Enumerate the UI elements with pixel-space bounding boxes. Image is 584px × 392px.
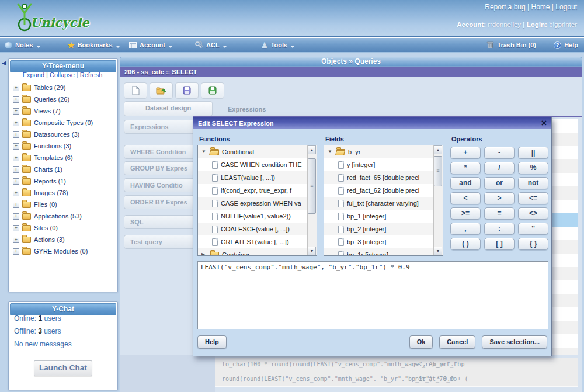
menu-account[interactable]: Account xyxy=(129,40,173,50)
ok-button[interactable]: Ok xyxy=(409,335,433,349)
scroll-up-icon[interactable] xyxy=(434,145,442,154)
expand-icon[interactable] xyxy=(13,120,19,126)
operator-minus-button[interactable]: - xyxy=(484,147,515,159)
operator-concat-button[interactable]: || xyxy=(518,147,548,159)
save-query-button[interactable] xyxy=(175,82,199,99)
tree-item-tables[interactable]: Tables (29) xyxy=(13,82,113,93)
menu-notes[interactable]: Notes xyxy=(5,40,41,50)
expand-icon[interactable] xyxy=(13,190,19,196)
expand-icon[interactable] xyxy=(13,178,19,185)
tree-item-sites[interactable]: Sites (0) xyxy=(13,222,113,234)
field-item-row[interactable]: y [integer] xyxy=(324,158,434,171)
tree-item-applications[interactable]: Applications (53) xyxy=(13,210,113,222)
expand-link[interactable]: Expand xyxy=(23,71,44,78)
sidebar-collapse-icon[interactable] xyxy=(2,60,6,66)
field-item-row[interactable]: bp_1 [integer] xyxy=(324,210,434,223)
scrollbar-thumb[interactable] xyxy=(308,158,316,214)
menu-acl[interactable]: ACL xyxy=(195,40,227,50)
expand-icon[interactable] xyxy=(13,237,19,243)
tree-item-files[interactable]: Files (0) xyxy=(13,199,113,210)
function-folder-row[interactable]: Container xyxy=(198,248,308,255)
open-query-button[interactable] xyxy=(150,82,173,99)
tree-item-templates[interactable]: Templates (6) xyxy=(13,152,113,164)
field-item-row[interactable]: bp_1r [integer] xyxy=(324,248,434,255)
tab-dataset-design[interactable]: Dataset design xyxy=(124,101,213,116)
expand-icon[interactable] xyxy=(13,143,19,150)
tree-item-actions[interactable]: Actions (3) xyxy=(13,234,113,245)
operator-gt-button[interactable]: > xyxy=(484,192,515,204)
expand-triangle-icon[interactable] xyxy=(201,252,207,255)
home-link[interactable]: Home xyxy=(531,3,550,11)
menu-help[interactable]: Help xyxy=(554,40,578,50)
scroll-down-icon[interactable] xyxy=(434,247,442,255)
operator-neq-button[interactable]: <> xyxy=(518,207,548,220)
tree-item-gyre-modules[interactable]: GYRE Modules (0) xyxy=(13,245,113,257)
tree-item-queries[interactable]: Queries (26) xyxy=(13,93,113,105)
operator-parens-button[interactable]: ( ) xyxy=(450,238,481,250)
menu-trash-bin[interactable]: Trash Bin (0) xyxy=(486,40,536,50)
operator-divide-button[interactable]: / xyxy=(484,162,515,174)
table-row[interactable]: to_char(100 * round(round(LEAST("v_cens_… xyxy=(215,358,578,372)
field-folder-row[interactable]: b_yr xyxy=(324,145,434,158)
field-item-row[interactable]: ful_txt [character varying] xyxy=(324,197,434,210)
expand-icon[interactable] xyxy=(13,108,19,115)
expression-input[interactable]: LEAST("v_cens_comp"."mnth_wage", "b_yr".… xyxy=(197,261,548,329)
tree-item-functions[interactable]: Functions (3) xyxy=(13,140,113,152)
operator-braces-button[interactable]: { } xyxy=(518,238,548,250)
operator-eq-button[interactable]: = xyxy=(484,207,515,220)
expand-icon[interactable] xyxy=(13,225,19,231)
scroll-up-icon[interactable] xyxy=(308,145,316,154)
operator-colon-button[interactable]: : xyxy=(484,223,515,235)
operator-brackets-button[interactable]: [ ] xyxy=(484,238,515,250)
operator-lte-button[interactable]: <= xyxy=(518,192,548,204)
table-row[interactable]: round(round(LEAST("v_cens_comp"."mnth_wa… xyxy=(215,372,578,387)
tree-item-reports[interactable]: Reports (1) xyxy=(13,175,113,187)
tree-item-charts[interactable]: Charts (1) xyxy=(13,164,113,175)
field-item-row[interactable]: bp_3 [integer] xyxy=(324,235,434,248)
expand-icon[interactable] xyxy=(13,131,19,138)
launch-chat-button[interactable]: Launch Chat xyxy=(34,360,92,376)
expand-icon[interactable] xyxy=(13,202,19,208)
operator-modulo-button[interactable]: % xyxy=(518,162,548,174)
operator-gte-button[interactable]: >= xyxy=(450,207,481,220)
operator-quotes-button[interactable]: '' xyxy=(518,223,548,235)
operator-and-button[interactable]: and xyxy=(450,177,481,189)
report-bug-link[interactable]: Report a bug xyxy=(485,3,525,11)
expand-icon[interactable] xyxy=(13,166,19,173)
expand-icon[interactable] xyxy=(13,155,19,161)
operator-plus-button[interactable]: + xyxy=(450,147,481,159)
refresh-link[interactable]: Refresh xyxy=(80,71,103,78)
operator-lt-button[interactable]: < xyxy=(450,192,481,204)
function-item-row[interactable]: COALESCE(value [, ...]) xyxy=(198,223,308,235)
cancel-button[interactable]: Cancel xyxy=(439,335,475,349)
logout-link[interactable]: Logout xyxy=(555,3,577,11)
scrollbar-thumb[interactable] xyxy=(434,156,442,186)
expand-icon[interactable] xyxy=(13,85,19,91)
function-item-row[interactable]: CASE WHEN condition THE xyxy=(198,158,308,171)
tree-item-views[interactable]: Views (7) xyxy=(13,105,113,117)
new-query-button[interactable] xyxy=(124,82,147,99)
expand-icon[interactable] xyxy=(13,248,19,255)
field-item-row[interactable]: red_fact_65 [double preci xyxy=(324,171,434,184)
help-button[interactable]: Help xyxy=(197,335,227,349)
operator-multiply-button[interactable]: * xyxy=(450,162,481,174)
tree-item-composite-types[interactable]: Composite Types (0) xyxy=(13,117,113,129)
collapse-link[interactable]: Collapse xyxy=(50,71,75,78)
operator-not-button[interactable]: not xyxy=(518,177,548,189)
function-item-row[interactable]: if(cond_expr, true_expr, f xyxy=(198,184,308,197)
field-item-row[interactable]: bp_2 [integer] xyxy=(324,223,434,235)
menu-tools[interactable]: Tools xyxy=(261,40,295,50)
expand-icon[interactable] xyxy=(13,96,19,103)
operator-comma-button[interactable]: , xyxy=(450,223,481,235)
tree-item-images[interactable]: Images (78) xyxy=(13,187,113,199)
function-item-row[interactable]: CASE expression WHEN va xyxy=(198,197,308,210)
tab-expressions[interactable]: Expressions xyxy=(228,106,266,113)
scroll-down-icon[interactable] xyxy=(308,247,316,255)
save-as-query-button[interactable] xyxy=(201,82,224,99)
menu-bookmarks[interactable]: Bookmarks xyxy=(68,40,120,50)
function-folder-row[interactable]: Conditional xyxy=(198,145,308,158)
save-selection-button[interactable]: Save selection... xyxy=(482,335,547,349)
collapse-triangle-icon[interactable] xyxy=(201,149,207,155)
tree-item-datasources[interactable]: Datasources (3) xyxy=(13,129,113,140)
close-icon[interactable]: × xyxy=(541,117,547,129)
